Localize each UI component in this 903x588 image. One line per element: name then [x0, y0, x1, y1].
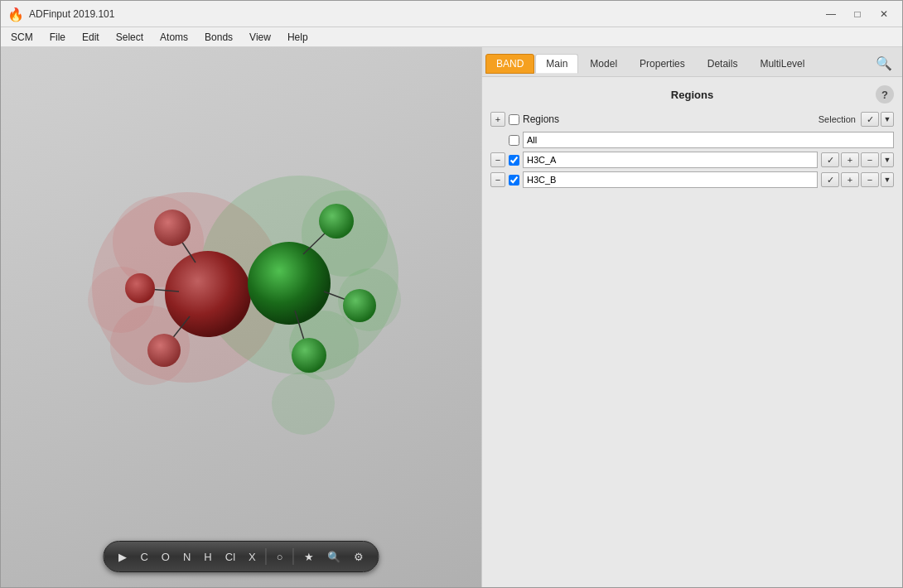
menu-item-select[interactable]: Select: [109, 30, 150, 45]
svg-point-17: [125, 273, 155, 303]
h3ca-dropdown-btn[interactable]: ▼: [881, 152, 894, 167]
region-row-h3cb: − ✓ + − ▼: [490, 171, 894, 188]
tab-bar: BAND Main Model Properties Details Multi…: [482, 47, 902, 77]
h3cb-checkbox[interactable]: [509, 175, 519, 186]
bottom-toolbar: ▶ C O N H Cl X ○ ★ 🔍 ⚙: [103, 541, 379, 572]
header-checkbox[interactable]: [509, 114, 519, 125]
window-controls: — □ ✕: [819, 6, 896, 22]
ring-btn[interactable]: ○: [273, 549, 287, 565]
menu-item-edit[interactable]: Edit: [75, 30, 106, 45]
menu-item-file[interactable]: File: [43, 30, 72, 45]
svg-point-19: [319, 204, 354, 239]
sel-dropdown-btn-header[interactable]: ▼: [881, 112, 894, 127]
tab-multilevel[interactable]: MultiLevel: [749, 54, 815, 74]
titlebar-left: 🔥 ADFinput 2019.101: [7, 7, 114, 22]
chlorine-btn[interactable]: Cl: [222, 549, 239, 565]
titlebar: 🔥 ADFinput 2019.101 — □ ✕: [1, 1, 902, 27]
h3cb-sel-group: ✓ + − ▼: [821, 172, 894, 187]
h3ca-input[interactable]: [523, 152, 818, 168]
panel-title-row: Regions ?: [490, 85, 894, 104]
svg-point-10: [165, 251, 251, 337]
main-area: ▶ C O N H Cl X ○ ★ 🔍 ⚙ BAND Main Model P…: [1, 47, 902, 588]
h3cb-minus-btn[interactable]: −: [861, 172, 879, 187]
favorite-btn[interactable]: ★: [301, 549, 317, 565]
svg-point-23: [343, 289, 376, 322]
h3cb-check-btn[interactable]: ✓: [821, 172, 839, 187]
3d-viewport[interactable]: ▶ C O N H Cl X ○ ★ 🔍 ⚙: [1, 47, 481, 588]
menu-item-scm[interactable]: SCM: [4, 30, 40, 45]
help-button[interactable]: ?: [876, 85, 894, 104]
tab-properties[interactable]: Properties: [629, 54, 696, 74]
nitrogen-btn[interactable]: N: [180, 549, 194, 565]
minimize-button[interactable]: —: [819, 6, 843, 22]
remove-h3ca-btn[interactable]: −: [490, 152, 505, 167]
tab-details[interactable]: Details: [697, 54, 749, 74]
tab-model[interactable]: Model: [579, 54, 628, 74]
right-panel: BAND Main Model Properties Details Multi…: [481, 47, 902, 588]
remove-h3cb-btn[interactable]: −: [490, 172, 505, 187]
toolbar-sep2: [293, 548, 294, 565]
region-row-all: [490, 132, 894, 148]
all-region-checkbox[interactable]: [509, 135, 519, 146]
panel-content: Regions ? + Regions Selection ✓ ▼: [482, 77, 902, 588]
h3cb-dropdown-btn[interactable]: ▼: [881, 172, 894, 187]
h3ca-check-btn[interactable]: ✓: [821, 152, 839, 167]
xelement-btn[interactable]: X: [245, 549, 259, 565]
selection-header: Selection ✓ ▼: [818, 112, 894, 127]
svg-point-8: [272, 372, 335, 435]
h3ca-minus-btn[interactable]: −: [861, 152, 879, 167]
menu-item-help[interactable]: Help: [281, 30, 315, 45]
regions-col-label: Regions: [523, 113, 815, 125]
region-row-h3ca: − ✓ + − ▼: [490, 152, 894, 168]
menubar: SCMFileEditSelectAtomsBondsViewHelp: [1, 27, 902, 47]
h3cb-plus-btn[interactable]: +: [841, 172, 859, 187]
all-region-input[interactable]: [523, 132, 894, 148]
regions-header-row: + Regions Selection ✓ ▼: [490, 112, 894, 127]
svg-point-21: [292, 338, 326, 373]
tab-main[interactable]: Main: [535, 54, 578, 74]
tab-band[interactable]: BAND: [485, 54, 534, 74]
svg-point-13: [154, 210, 191, 246]
panel-title: Regions: [625, 89, 759, 101]
close-button[interactable]: ✕: [872, 6, 896, 22]
h3cb-input[interactable]: [523, 171, 818, 188]
settings-tool-btn[interactable]: ⚙: [350, 549, 367, 565]
app-logo: 🔥: [7, 7, 22, 22]
h3ca-checkbox[interactable]: [509, 155, 519, 166]
svg-point-11: [248, 242, 331, 325]
selection-label: Selection: [818, 114, 856, 124]
oxygen-btn[interactable]: O: [158, 549, 173, 565]
add-region-btn[interactable]: +: [490, 112, 505, 127]
molecule-display: [42, 89, 440, 486]
menu-item-atoms[interactable]: Atoms: [153, 30, 195, 45]
app-title: ADFinput 2019.101: [29, 8, 114, 20]
h3ca-plus-btn[interactable]: +: [841, 152, 859, 167]
regions-table: + Regions Selection ✓ ▼: [490, 112, 894, 188]
h3ca-sel-group: ✓ + − ▼: [821, 152, 894, 167]
svg-point-15: [147, 334, 181, 367]
hydrogen-btn[interactable]: H: [200, 549, 215, 565]
select-tool-btn[interactable]: ▶: [115, 549, 130, 565]
search-tool-btn[interactable]: 🔍: [324, 549, 344, 565]
toolbar-sep1: [266, 548, 267, 565]
menu-item-bonds[interactable]: Bonds: [198, 30, 239, 45]
sel-check-btn-header[interactable]: ✓: [861, 112, 879, 127]
maximize-button[interactable]: □: [846, 6, 869, 22]
menu-item-view[interactable]: View: [243, 30, 278, 45]
carbon-btn[interactable]: C: [137, 549, 151, 565]
panel-search-btn[interactable]: 🔍: [869, 54, 899, 73]
